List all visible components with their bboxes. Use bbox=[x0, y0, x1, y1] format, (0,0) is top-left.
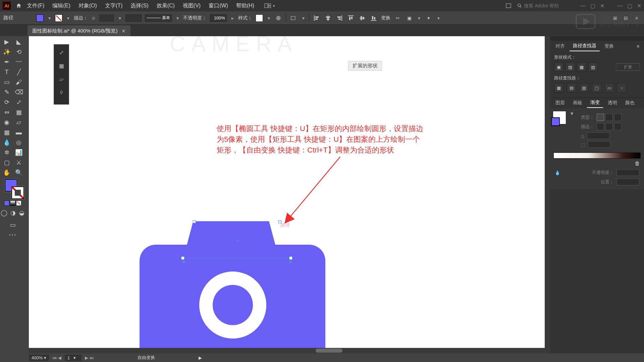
align-right-icon[interactable] bbox=[335, 14, 343, 22]
zoom-tool[interactable]: 🔍 bbox=[13, 168, 25, 178]
sel-handle-bl[interactable] bbox=[181, 257, 184, 259]
eyedropper-tool[interactable]: 💧 bbox=[1, 137, 13, 147]
sel-handle-br[interactable] bbox=[289, 257, 292, 259]
canvas[interactable]: CAMERA ⤢ ▦ ▱ ◊ 扩展的形状 使用【椭圆工具 快捷键：U】在矩形的内… bbox=[29, 36, 550, 353]
menu-type[interactable]: 文字(T) bbox=[101, 0, 126, 12]
sub-maximize-icon[interactable]: ▢ bbox=[590, 3, 595, 9]
stroke-color-box[interactable] bbox=[11, 186, 24, 199]
status-disclosure-icon[interactable]: ▶ bbox=[199, 355, 202, 360]
panel-tab-align[interactable]: 对齐 bbox=[552, 42, 568, 51]
menu-file[interactable]: 文件(F) bbox=[23, 0, 48, 12]
brush-dd[interactable]: ▾ bbox=[175, 16, 180, 20]
curvature-tool[interactable]: 〰 bbox=[13, 57, 25, 67]
ft-constrain-icon[interactable]: ⤢ bbox=[57, 48, 66, 57]
panel-tab-transform[interactable]: 变换 bbox=[601, 42, 617, 51]
maximize-icon[interactable]: ▢ bbox=[627, 3, 632, 9]
gradient-tool[interactable]: ▬ bbox=[13, 127, 25, 137]
anchor-tl[interactable] bbox=[193, 221, 196, 223]
menu-object[interactable]: 对象(O) bbox=[74, 0, 101, 12]
more-icon[interactable]: ✦ bbox=[425, 14, 433, 22]
artboard-next-icon[interactable]: ▶ bbox=[85, 355, 88, 360]
magic-wand-tool[interactable]: ✨ bbox=[1, 47, 13, 57]
menu-effect[interactable]: 效果(C) bbox=[153, 0, 179, 12]
artboard-tool[interactable]: ▢ bbox=[1, 158, 13, 168]
close-icon[interactable]: ✕ bbox=[637, 3, 641, 9]
artboard-prev-icon[interactable]: ◀ bbox=[58, 355, 61, 360]
panel-tab-transparency[interactable]: 透明 bbox=[604, 98, 621, 108]
direct-selection-tool[interactable]: ◣ bbox=[13, 37, 25, 47]
panel-tab-gradient[interactable]: 渐变 bbox=[587, 98, 603, 108]
help-search-input[interactable] bbox=[524, 3, 571, 8]
ft-distort-icon[interactable]: ◊ bbox=[57, 88, 66, 97]
anchor-br[interactable] bbox=[289, 261, 292, 263]
zoom-level-select[interactable]: 400% ▾ bbox=[29, 355, 49, 361]
menu-help[interactable]: 帮助(H) bbox=[232, 0, 258, 12]
brush-definition[interactable]: 基本 bbox=[145, 14, 172, 22]
scale-tool[interactable]: ⤢ bbox=[13, 97, 25, 107]
align-vcenter-icon[interactable] bbox=[358, 14, 366, 22]
shape-builder-tool[interactable]: ◉ bbox=[1, 117, 13, 127]
style-dd[interactable]: ▾ bbox=[266, 16, 271, 20]
draw-behind-icon[interactable]: ◑ bbox=[10, 208, 16, 218]
shaper-tool[interactable]: ✎ bbox=[1, 87, 13, 97]
hand-tool[interactable]: ✋ bbox=[1, 168, 13, 178]
align-left-icon[interactable] bbox=[313, 14, 321, 22]
menu-edit[interactable]: 编辑(E) bbox=[48, 0, 74, 12]
gradient-stop-opacity-input[interactable] bbox=[616, 169, 639, 176]
panel-tab-pathfinder[interactable]: 路径查找器 bbox=[570, 41, 600, 51]
unite-icon[interactable]: ▣ bbox=[554, 62, 564, 72]
minus-back-icon[interactable]: ▫ bbox=[617, 83, 627, 93]
anchor-tr[interactable] bbox=[279, 221, 281, 223]
mode-none[interactable] bbox=[16, 200, 21, 206]
align-top-icon[interactable] bbox=[347, 14, 355, 22]
free-transform-tool[interactable]: ▦ bbox=[13, 107, 25, 117]
panel-tab-artboards[interactable]: 画板 bbox=[570, 98, 586, 108]
horizontal-scrollbar[interactable] bbox=[29, 348, 550, 353]
width-tool[interactable]: ⇔ bbox=[1, 107, 13, 117]
align-hcenter-icon[interactable] bbox=[324, 14, 332, 22]
camera-viewfinder-shape[interactable] bbox=[182, 221, 280, 261]
type-tool[interactable]: T bbox=[1, 67, 13, 77]
sub-minimize-icon[interactable]: — bbox=[580, 3, 586, 9]
ctrlbar-extra1-icon[interactable]: ⊞ bbox=[611, 14, 619, 22]
menu-select[interactable]: 选择(S) bbox=[126, 0, 152, 12]
gradient-angle-input[interactable] bbox=[587, 132, 610, 139]
fill-dropdown[interactable]: ▾ bbox=[47, 16, 52, 20]
mode-color[interactable] bbox=[4, 200, 9, 206]
gradient-slider[interactable] bbox=[553, 153, 641, 159]
panel-menu-icon[interactable]: ≡ bbox=[634, 42, 642, 50]
exclude-icon[interactable]: ▧ bbox=[588, 62, 598, 72]
grad-stroke-1-icon[interactable] bbox=[597, 123, 604, 130]
outline-icon[interactable]: ▭ bbox=[605, 83, 614, 93]
workspace-switcher[interactable]: ▾ bbox=[264, 3, 275, 8]
stroke-weight-dd[interactable]: ▾ bbox=[117, 16, 122, 20]
mesh-tool[interactable]: ▦ bbox=[1, 127, 13, 137]
intersect-icon[interactable]: ▩ bbox=[577, 62, 586, 72]
trim-icon[interactable]: ▤ bbox=[567, 83, 576, 93]
opacity-input[interactable] bbox=[210, 14, 227, 22]
slice-tool[interactable]: ⚔ bbox=[13, 158, 25, 168]
ft-free-icon[interactable]: ▦ bbox=[57, 61, 66, 70]
line-tool[interactable]: ╱ bbox=[13, 67, 25, 77]
anchor-bl[interactable] bbox=[182, 261, 185, 263]
grad-type-radial-icon[interactable] bbox=[605, 114, 613, 121]
blend-tool[interactable]: ◎ bbox=[13, 137, 25, 147]
screen-mode-icon[interactable]: ▭ bbox=[8, 220, 18, 230]
help-search[interactable] bbox=[517, 3, 571, 8]
fill-swatch[interactable] bbox=[36, 14, 44, 22]
gradient-preview-dd[interactable]: ▾ bbox=[570, 111, 574, 116]
grad-type-linear-icon[interactable] bbox=[597, 114, 604, 121]
menu-view[interactable]: 视图(V) bbox=[179, 0, 205, 12]
lasso-tool[interactable]: ⟲ bbox=[13, 47, 25, 57]
eraser-tool[interactable]: ⌫ bbox=[13, 87, 25, 97]
align-bottom-icon[interactable] bbox=[370, 14, 378, 22]
fill-stroke-indicator[interactable] bbox=[5, 179, 24, 199]
symbol-tool[interactable]: ✲ bbox=[1, 147, 13, 158]
document-tab-close-icon[interactable]: ✕ bbox=[121, 28, 126, 34]
align-mode-icon[interactable] bbox=[289, 14, 298, 22]
stroke-weight-stepper[interactable]: ≎ bbox=[91, 16, 96, 20]
edit-clip-icon[interactable]: ▣ bbox=[405, 14, 413, 22]
document-tab[interactable]: 面性图标绘制.ai* @ 400% (RGB/预览) ✕ bbox=[28, 25, 130, 36]
menu-window[interactable]: 窗口(W) bbox=[205, 0, 232, 12]
merge-icon[interactable]: ▥ bbox=[579, 83, 589, 93]
